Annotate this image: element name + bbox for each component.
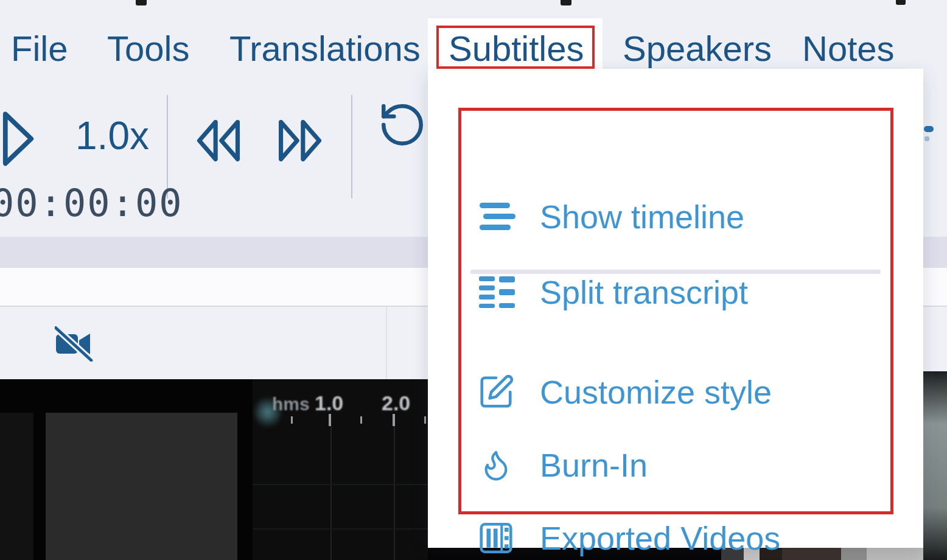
menu-tools-label: Tools <box>107 29 189 68</box>
menu-file-label: File <box>11 29 68 68</box>
ruler-tick <box>329 414 331 426</box>
menu-tools[interactable]: Tools <box>107 28 189 69</box>
menu-option-exported-videos[interactable]: Exported Videos <box>477 517 780 559</box>
menu-option-customize-style[interactable]: Customize style <box>477 371 772 413</box>
film-icon <box>477 520 515 556</box>
video-frame-blur-segment <box>923 371 947 560</box>
playback-speed-button[interactable]: 1.0x <box>75 113 149 158</box>
play-icon <box>1 107 37 170</box>
flame-icon <box>477 447 515 483</box>
video-off-icon <box>55 326 94 362</box>
timeline-gridline <box>394 426 395 560</box>
menu-option-split-transcript[interactable]: Split transcript <box>477 271 748 313</box>
menu-translations-label: Translations <box>229 29 421 68</box>
play-button[interactable] <box>1 107 37 173</box>
menu-notes-label: Notes <box>802 29 895 68</box>
menu-file[interactable]: File <box>11 28 68 69</box>
menu-option-label: Exported Videos <box>540 519 780 557</box>
video-frame-blur-segment <box>0 413 33 560</box>
cropped-toolbar-icon <box>924 126 934 132</box>
toolbar-divider <box>351 95 352 198</box>
fast-forward-button[interactable] <box>275 114 326 169</box>
menu-subtitles-label: Subtitles <box>449 29 584 68</box>
video-frame-blur-segment <box>841 548 867 560</box>
cropped-toolbar-icon <box>924 136 929 141</box>
ruler-tick <box>360 416 362 424</box>
edit-pencil-square-icon <box>477 374 515 410</box>
video-frame-timeline: hms 1.0 2.0 <box>253 379 428 560</box>
dropdown-divider <box>470 270 881 274</box>
ruler-tick-label: 1.0 <box>315 391 343 415</box>
app-screen: File Tools Translations Subtitles Speake… <box>0 0 947 560</box>
video-frame-blur-segment <box>782 548 841 560</box>
cropped-text-fragment <box>896 0 906 5</box>
menu-option-show-timeline[interactable]: Show timeline <box>477 195 744 238</box>
ruler-unit-label: hms <box>272 394 310 415</box>
fast-forward-icon <box>275 114 326 167</box>
undo-rotate-left-icon <box>377 100 427 150</box>
timeline-gridline <box>330 426 332 560</box>
rewind-icon <box>192 114 243 167</box>
split-columns-icon <box>477 274 515 310</box>
menu-speakers[interactable]: Speakers <box>623 28 772 69</box>
cropped-text-fragment <box>136 0 147 5</box>
menu-translations[interactable]: Translations <box>229 28 421 69</box>
timecode-display: 00:00:00 <box>0 181 183 225</box>
timeline-lines-icon <box>477 198 515 235</box>
ruler-tick-label: 2.0 <box>382 391 410 415</box>
menu-subtitles[interactable]: Subtitles <box>449 28 584 69</box>
video-header-divider <box>386 307 387 379</box>
ruler-tick <box>393 414 395 426</box>
menu-notes[interactable]: Notes <box>802 28 895 69</box>
menu-option-burn-in[interactable]: Burn-In <box>477 444 648 486</box>
subtitles-dropdown-menu: Show timeline Split transcript <box>428 69 923 548</box>
ruler-tick <box>291 416 293 424</box>
undo-button[interactable] <box>377 100 427 152</box>
timeline-gridline <box>253 484 428 485</box>
rewind-button[interactable] <box>192 114 243 169</box>
menu-option-label: Customize style <box>540 373 772 411</box>
video-frame-blur-segment <box>867 548 923 560</box>
menu-option-label: Burn-In <box>540 446 648 484</box>
menu-speakers-label: Speakers <box>623 29 772 68</box>
cropped-text-fragment <box>561 0 571 5</box>
ruler-tick <box>424 416 426 424</box>
menu-option-label: Split transcript <box>540 273 748 311</box>
timeline-gridline <box>253 528 428 530</box>
menu-option-label: Show timeline <box>540 198 744 236</box>
video-frame-blur-segment <box>46 413 237 560</box>
